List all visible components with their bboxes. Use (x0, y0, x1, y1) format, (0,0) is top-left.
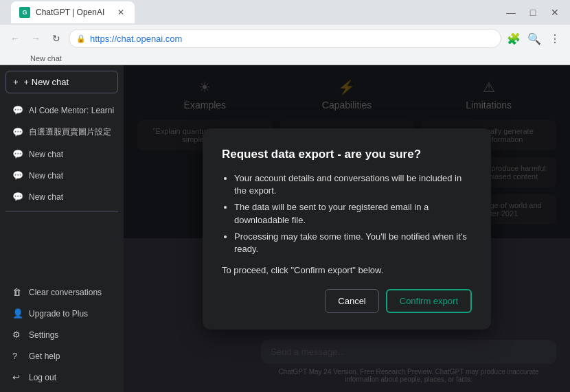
trash-icon: 🗑 (12, 287, 23, 297)
sidebar-label-0: AI Code Mentor: Learni (29, 106, 114, 115)
sidebar: + + New chat 💬 AI Code Mentor: Learni 💬 … (0, 65, 124, 392)
back-button[interactable]: ← (5, 29, 25, 48)
tab-favicon: G (19, 7, 30, 18)
chat-icon-0: 💬 (12, 105, 23, 115)
help-icon: ? (12, 351, 23, 361)
sidebar-item-3[interactable]: 💬 New chat (5, 165, 118, 185)
sidebar-item-2[interactable]: 💬 New chat (5, 144, 118, 164)
confirm-export-button[interactable]: Confirm export (386, 289, 472, 313)
sidebar-label-1: 自選選股買賣圖片設定 (29, 126, 111, 138)
minimize-button[interactable]: — (501, 3, 521, 22)
window-close-button[interactable]: ✕ (545, 3, 565, 22)
sidebar-label-help: Get help (29, 351, 60, 361)
cancel-button[interactable]: Cancel (325, 289, 378, 313)
active-tab[interactable]: G ChatGPT | OpenAI ✕ (11, 1, 135, 23)
chat-icon-4: 💬 (12, 192, 23, 202)
lock-icon: 🔒 (76, 34, 86, 43)
sidebar-item-upgrade[interactable]: 👤 Upgrade to Plus (5, 303, 118, 323)
modal-actions: Cancel Confirm export (222, 289, 472, 313)
settings-icon: ⚙ (12, 330, 23, 340)
address-bar[interactable]: 🔒 https://chat.openai.com (69, 29, 501, 48)
tab-title: ChatGPT | OpenAI (36, 8, 104, 17)
extensions-button[interactable]: 🧩 (504, 29, 523, 48)
sidebar-label-4: New chat (29, 192, 63, 202)
sidebar-item-1[interactable]: 💬 自選選股買賣圖片設定 (5, 122, 118, 143)
sidebar-label-settings: Settings (29, 330, 58, 340)
refresh-button[interactable]: ↻ (47, 29, 66, 48)
modal-body: Your account details and conversations w… (222, 172, 472, 275)
sidebar-item-4[interactable]: 💬 New chat (5, 187, 118, 207)
sidebar-item-settings[interactable]: ⚙ Settings (5, 325, 118, 345)
modal-bullet-2: Processing may take some time. You'll be… (234, 231, 472, 255)
modal-title: Request data export - are you sure? (222, 148, 472, 161)
url-display: https://chat.openai.com (90, 34, 182, 44)
sidebar-label-3: New chat (29, 171, 63, 181)
maximize-button[interactable]: □ (523, 3, 543, 22)
forward-button[interactable]: → (26, 29, 45, 48)
export-modal: Request data export - are you sure? Your… (203, 128, 491, 330)
upgrade-icon: 👤 (12, 308, 23, 319)
tab-close-button[interactable]: ✕ (115, 7, 126, 18)
new-chat-label: + New chat (24, 77, 69, 87)
sidebar-item-clear[interactable]: 🗑 Clear conversations (5, 282, 118, 302)
chat-icon-3: 💬 (12, 170, 23, 181)
modal-bullet-0: Your account details and conversations w… (234, 172, 472, 197)
chat-icon-2: 💬 (12, 149, 23, 159)
sidebar-item-0[interactable]: 💬 AI Code Mentor: Learni (5, 100, 118, 120)
chat-icon-1: 💬 (12, 127, 23, 137)
modal-bullet-1: The data will be sent to your registered… (234, 201, 472, 226)
logout-icon: ↩ (12, 372, 23, 382)
sidebar-label-logout: Log out (29, 373, 56, 382)
sidebar-item-help[interactable]: ? Get help (5, 346, 118, 366)
sidebar-label-2: New chat (29, 150, 63, 159)
sidebar-label-clear: Clear conversations (29, 288, 102, 297)
modal-note: To proceed, click "Confirm export" below… (222, 265, 472, 275)
search-button[interactable]: 🔍 (525, 29, 544, 48)
sidebar-item-logout[interactable]: ↩ Log out (5, 367, 118, 387)
new-chat-button[interactable]: + + New chat (5, 71, 118, 93)
menu-button[interactable]: ⋮ (545, 29, 565, 48)
modal-overlay: Request data export - are you sure? Your… (124, 65, 570, 392)
page-subtitle: New chat (30, 54, 62, 62)
plus-icon: + (13, 77, 19, 87)
sidebar-label-upgrade: Upgrade to Plus (29, 309, 88, 319)
sidebar-divider (5, 211, 118, 211)
